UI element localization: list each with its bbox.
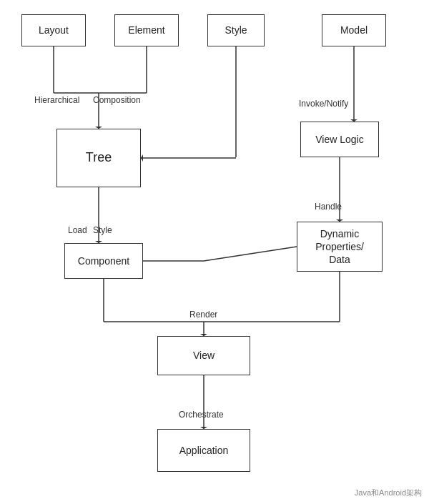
style2-label: Style <box>93 225 112 235</box>
render-label: Render <box>189 310 217 320</box>
dynprop-box: Dynamic Properties/ Data <box>297 222 383 272</box>
svg-line-15 <box>204 247 297 261</box>
model-box: Model <box>322 14 386 46</box>
svg-marker-7 <box>141 154 143 162</box>
layout-box: Layout <box>21 14 86 46</box>
load-label: Load <box>68 225 87 235</box>
composition-label: Composition <box>93 95 141 105</box>
tree-box: Tree <box>56 129 141 187</box>
invoke-label: Invoke/Notify <box>299 99 348 109</box>
diagram: Layout Element Style Model Tree View Log… <box>0 0 429 504</box>
style-box: Style <box>207 14 265 46</box>
view-box: View <box>157 336 250 375</box>
watermark: Java和Android架构 <box>355 488 422 498</box>
handle-label: Handle <box>315 202 342 212</box>
viewlogic-box: View Logic <box>300 122 379 157</box>
element-box: Element <box>114 14 179 46</box>
orchestrate-label: Orchestrate <box>179 410 224 420</box>
application-box: Application <box>157 429 250 472</box>
component-box: Component <box>64 243 143 279</box>
hierarchical-label: Hierarchical <box>34 95 79 105</box>
